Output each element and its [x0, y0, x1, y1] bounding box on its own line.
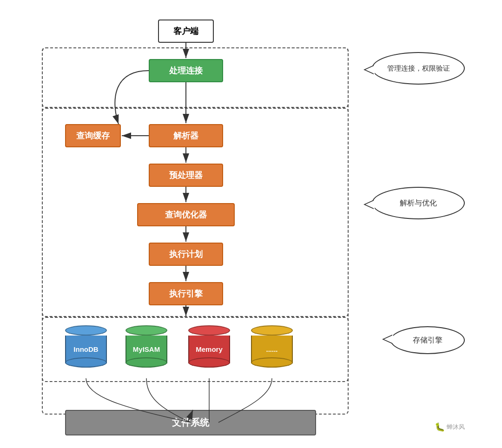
others-cylinder: ......	[251, 325, 293, 363]
memory-cylinder-shape: Memory	[188, 325, 230, 363]
bubble-storage: 存储引擎	[390, 326, 465, 354]
proc-conn-box: 处理连接	[149, 59, 223, 82]
exec-engine-box: 执行引擎	[149, 282, 223, 305]
diagram-wrapper: 客户端 处理连接 查询缓存 解析器 预处理器 查询优化器 执行计划 执行引擎	[28, 10, 474, 438]
innodb-cylinder-shape: InnoDB	[65, 325, 107, 363]
memory-cylinder: Memory	[188, 325, 230, 363]
main-container: 客户端 处理连接 查询缓存 解析器 预处理器 查询优化器 执行计划 执行引擎	[0, 0, 502, 448]
bubble-tail-3-inner	[384, 335, 393, 343]
watermark: 🐛 蝉沐风	[435, 422, 465, 432]
myisam-cylinder-shape: MyISAM	[126, 325, 167, 363]
filesystem-box: 文件系统	[65, 410, 316, 435]
bubble-tail-2-inner	[365, 200, 375, 209]
others-cylinder-shape: ......	[251, 325, 293, 363]
bubble-parse: 解析与优化	[372, 187, 465, 219]
innodb-cylinder: InnoDB	[65, 325, 107, 363]
bubble-connection: 管理连接，权限验证	[372, 52, 465, 85]
myisam-cylinder: MyISAM	[126, 325, 167, 363]
optimizer-box: 查询优化器	[137, 203, 235, 226]
bubble-tail-1-inner	[365, 66, 375, 74]
exec-plan-box: 执行计划	[149, 243, 223, 266]
query-cache-box: 查询缓存	[65, 124, 121, 147]
preprocessor-box: 预处理器	[149, 164, 223, 187]
parser-box: 解析器	[149, 124, 223, 147]
client-box: 客户端	[158, 20, 214, 43]
